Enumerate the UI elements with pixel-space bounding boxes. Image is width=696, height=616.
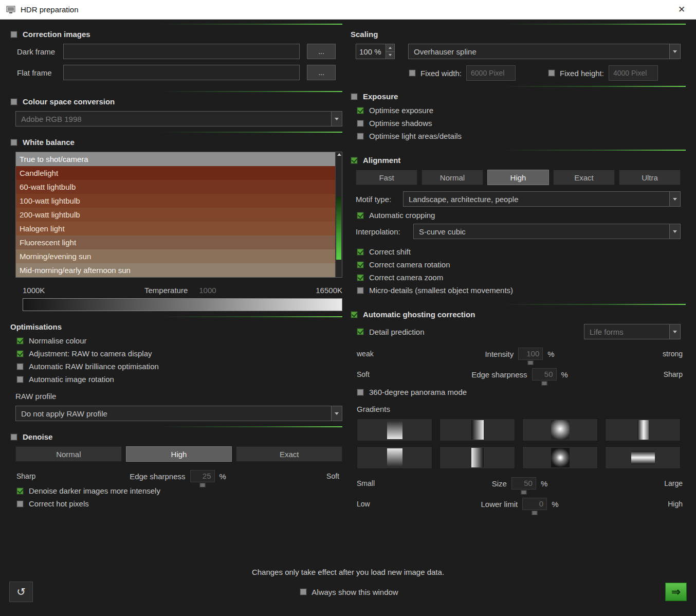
- fixed-width-input[interactable]: [466, 65, 516, 81]
- denoise-option-row: Correct hot pixels: [16, 499, 342, 508]
- raw-profile-select[interactable]: Do not apply RAW profile: [15, 406, 342, 421]
- scaling-method-select[interactable]: Overhauser spline: [408, 44, 681, 59]
- alignment-mode-high[interactable]: High: [487, 170, 549, 185]
- white-balance-option[interactable]: True to shot/camera: [16, 152, 342, 166]
- checkbox-fixed-width[interactable]: [409, 69, 416, 77]
- spinner-up-icon[interactable]: [386, 44, 394, 52]
- checkbox-adjustment-raw[interactable]: [16, 350, 24, 357]
- checkbox-fixed-height[interactable]: [548, 69, 555, 77]
- spinner-down-icon[interactable]: [386, 52, 394, 59]
- detail-prediction-row: Detail prediction Life forms: [357, 324, 681, 339]
- dark-frame-input[interactable]: [63, 44, 300, 59]
- close-icon[interactable]: ✕: [673, 4, 690, 15]
- flat-frame-browse-button[interactable]: ...: [307, 65, 336, 80]
- percent-label: %: [219, 472, 226, 481]
- checkbox-optimise-shadows[interactable]: [357, 120, 364, 127]
- vertical-stripe-gradient-tile[interactable]: [605, 419, 681, 441]
- checkbox-micro-details[interactable]: [357, 287, 364, 294]
- alignment-mode-exact[interactable]: Exact: [553, 170, 615, 185]
- chevron-down-icon[interactable]: [669, 224, 680, 239]
- section-alignment: Alignment Fast Normal High Exact Ultra M…: [350, 150, 686, 304]
- vertical-gradient-tile[interactable]: [357, 419, 432, 441]
- slider-right-label: Large: [625, 479, 683, 487]
- detail-mode-select[interactable]: Life forms: [584, 324, 681, 339]
- flat-frame-input[interactable]: [63, 65, 300, 80]
- intensity-value[interactable]: 100: [518, 348, 543, 360]
- intensity-slider: weak Intensity 100 % strong: [357, 348, 683, 360]
- radial-gradient-tile[interactable]: [522, 419, 598, 441]
- colour-space-select[interactable]: Adobe RGB 1998: [15, 111, 342, 126]
- denoise-mode-normal[interactable]: Normal: [15, 446, 122, 462]
- white-balance-scrollbar[interactable]: [335, 152, 342, 277]
- alignment-mode-normal[interactable]: Normal: [422, 170, 483, 185]
- chevron-down-icon[interactable]: [331, 406, 342, 421]
- titlebar: HDR preparation ✕: [0, 0, 696, 20]
- white-balance-option[interactable]: 60-watt lightbulb: [16, 180, 342, 194]
- checkbox-detail-prediction[interactable]: [357, 328, 364, 335]
- checkbox-automatic-cropping[interactable]: [357, 212, 364, 219]
- optimisation-row: Adjustment: RAW to camera display: [16, 349, 342, 358]
- checkbox-exposure[interactable]: [351, 93, 358, 100]
- temperature-gradient-slider[interactable]: [23, 298, 342, 311]
- horizontal-gradient-bar-inverted-tile[interactable]: [439, 446, 515, 469]
- white-balance-option[interactable]: Fluorescent light: [16, 235, 342, 249]
- checkbox-colour-space-conversion[interactable]: [10, 98, 17, 105]
- checkbox-alignment[interactable]: [351, 157, 358, 164]
- checkbox-label: Optimise light areas/details: [369, 132, 462, 140]
- lower-limit-value[interactable]: 0: [522, 498, 547, 510]
- motif-type-select[interactable]: Landscape, architecture, people: [403, 191, 681, 207]
- denoise-mode-exact[interactable]: Exact: [236, 446, 342, 462]
- checkbox-hot-pixels[interactable]: [16, 500, 24, 508]
- denoise-mode-high[interactable]: High: [126, 446, 232, 462]
- exposure-row: Optimise exposure: [357, 106, 686, 115]
- checkbox-denoise[interactable]: [10, 433, 17, 441]
- fixed-height-input[interactable]: [609, 65, 658, 81]
- scale-percent-spinner[interactable]: 100 %: [356, 44, 395, 59]
- dark-frame-browse-button[interactable]: ...: [307, 44, 336, 59]
- size-value[interactable]: 50: [511, 477, 536, 490]
- checkbox-correct-shift[interactable]: [357, 248, 364, 256]
- white-balance-option[interactable]: Candlelight: [16, 166, 342, 180]
- alignment-mode-ultra[interactable]: Ultra: [619, 170, 681, 185]
- section-scaling: Scaling 100 % Overhauser spline Fixed wi: [350, 24, 686, 86]
- edge-sharpness-value[interactable]: 50: [532, 368, 557, 381]
- chevron-down-icon[interactable]: [669, 192, 680, 206]
- checkbox-correct-camera-zoom[interactable]: [357, 274, 364, 281]
- interpolation-select[interactable]: S-curve cubic: [413, 224, 681, 239]
- checkbox-ghosting-correction[interactable]: [351, 311, 358, 318]
- always-show-row: Always show this window: [33, 588, 665, 596]
- checkbox-image-rotation[interactable]: [16, 376, 24, 383]
- checkbox-panorama-mode[interactable]: [357, 389, 364, 396]
- checkbox-raw-brilliance[interactable]: [16, 363, 24, 370]
- white-balance-option[interactable]: Mid-morning/early afternoon sun: [16, 263, 342, 277]
- white-balance-option[interactable]: 100-watt lightbulb: [16, 194, 342, 208]
- next-arrow-icon: ⇒: [671, 586, 681, 598]
- alignment-mode-fast[interactable]: Fast: [356, 170, 417, 185]
- checkbox-label: Denoise darker images more intensely: [29, 486, 160, 495]
- white-balance-option[interactable]: Halogen light: [16, 222, 342, 235]
- horizontal-stripe-gradient-tile[interactable]: [605, 446, 681, 469]
- white-balance-option[interactable]: Morning/evening sun: [16, 249, 342, 263]
- scrollbar-thumb[interactable]: [336, 197, 341, 260]
- edge-sharpness-value[interactable]: 25: [190, 470, 215, 482]
- checkbox-normalise-colour[interactable]: [16, 337, 24, 345]
- checkbox-optimise-light-areas[interactable]: [357, 133, 364, 140]
- scroll-up-icon[interactable]: [337, 153, 341, 156]
- checkbox-white-balance[interactable]: [10, 139, 17, 146]
- next-button[interactable]: ⇒: [665, 583, 687, 601]
- checkbox-correction-images[interactable]: [10, 31, 17, 38]
- vertical-gradient-inverted-tile[interactable]: [357, 446, 432, 469]
- checkbox-correct-camera-rotation[interactable]: [357, 261, 364, 268]
- checkbox-optimise-exposure[interactable]: [357, 107, 364, 114]
- radial-gradient-strong-tile[interactable]: [522, 446, 598, 469]
- horizontal-gradient-bar-tile[interactable]: [439, 419, 515, 441]
- chevron-down-icon[interactable]: [331, 112, 342, 126]
- checkbox-denoise-darker[interactable]: [16, 487, 24, 495]
- slider-left-label: Sharp: [16, 472, 74, 480]
- section-ghosting-correction: Automatic ghosting correction Detail pre…: [350, 304, 686, 518]
- checkbox-always-show-window[interactable]: [300, 588, 307, 595]
- undo-button[interactable]: ↺: [9, 582, 33, 602]
- chevron-down-icon[interactable]: [669, 324, 680, 339]
- white-balance-option[interactable]: 200-watt lightbulb: [16, 208, 342, 222]
- chevron-down-icon[interactable]: [669, 44, 680, 59]
